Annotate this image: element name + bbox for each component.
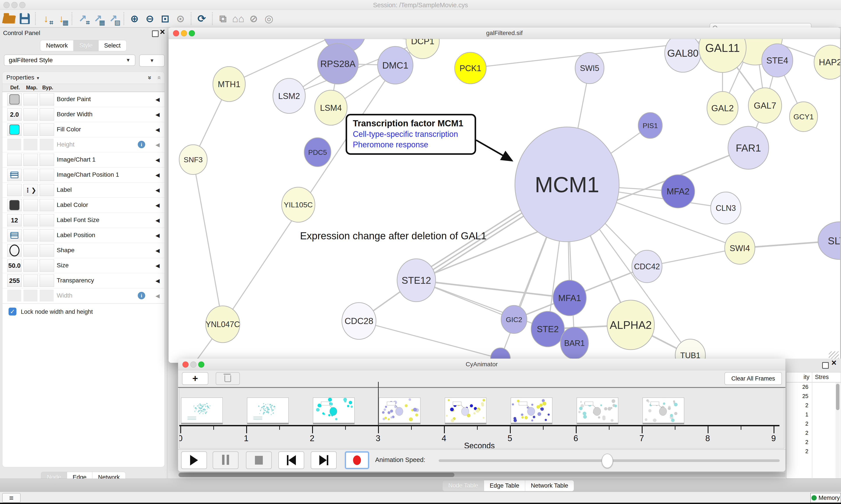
property-row-height[interactable]: Heighti◀: [2, 137, 164, 152]
property-row-label-color[interactable]: Label Color◀: [2, 198, 164, 213]
expand-row-icon[interactable]: ◀: [156, 247, 160, 254]
property-row-image-chart-1[interactable]: Image/Chart 1◀: [2, 152, 164, 167]
export-image-icon[interactable]: ↗▨: [106, 12, 121, 26]
collapse-all-icon[interactable]: »: [155, 76, 162, 80]
skip-end-button[interactable]: [311, 451, 337, 469]
annotation-link-2[interactable]: Pheromone response: [353, 140, 469, 149]
property-row-label-position[interactable]: Label Position◀: [2, 228, 164, 243]
zoom-in-icon[interactable]: ⊕: [127, 12, 142, 26]
tab-network-table[interactable]: Network Table: [525, 480, 574, 491]
info-icon[interactable]: i: [138, 141, 145, 148]
frame-thumbnail-7[interactable]: [643, 398, 684, 423]
import-table-icon[interactable]: ↓▦: [54, 12, 69, 26]
open-doc-icon[interactable]: ⧉: [215, 12, 231, 26]
clear-all-frames-button[interactable]: Clear All Frames: [724, 372, 782, 385]
property-row-transparency[interactable]: 255Transparency◀: [2, 273, 164, 288]
property-row-border-paint[interactable]: Border Paint◀: [2, 92, 164, 107]
table-panel-float-icon[interactable]: [822, 362, 829, 369]
lock-size-row[interactable]: ✓Lock node width and height: [2, 303, 164, 320]
export-table-icon[interactable]: ↗▦: [90, 12, 106, 26]
table-cell[interactable]: 2: [786, 439, 808, 445]
property-row-image-chart-position-1[interactable]: Image/Chart Position 1◀: [2, 167, 164, 183]
add-frame-button[interactable]: +: [182, 372, 208, 385]
tab-edge-table[interactable]: Edge Table: [484, 480, 525, 491]
properties-header[interactable]: Properties ▼: [6, 74, 40, 81]
frame-thumbnail-0[interactable]: [181, 398, 223, 423]
expand-row-icon[interactable]: ◀: [156, 263, 160, 269]
annotation-link-1[interactable]: Cell-type-specific transcription: [353, 130, 469, 139]
zoom-out-icon[interactable]: ⊖: [142, 12, 158, 26]
expand-all-icon[interactable]: »: [146, 76, 154, 80]
search-homes-icon[interactable]: ⌂⌂: [231, 12, 246, 26]
expand-row-icon[interactable]: ◀: [156, 157, 160, 163]
lock-size-checkbox[interactable]: ✓: [8, 308, 16, 316]
table-cell[interactable]: 1: [786, 411, 808, 418]
expand-row-icon[interactable]: ◀: [156, 187, 160, 193]
expand-row-icon[interactable]: ◀: [156, 277, 160, 284]
table-cell[interactable]: 2: [786, 448, 808, 454]
info-icon[interactable]: i: [138, 292, 145, 299]
frame-thumbnail-6[interactable]: [577, 398, 618, 423]
play-button[interactable]: [181, 451, 207, 469]
network-graph[interactable]: RPS28ADMC1DCP1PCK1MTH1LSM2LSM4SNF3PDC5YI…: [168, 39, 840, 363]
frame-thumbnail-3[interactable]: [379, 398, 420, 423]
table-column-header[interactable]: ity: [804, 374, 809, 380]
table-column-header[interactable]: Stres: [815, 374, 829, 380]
tab-network[interactable]: Network: [40, 40, 74, 51]
table-cell[interactable]: 2: [786, 402, 808, 409]
annotation-box[interactable]: Transcription factor MCM1 Cell-type-spec…: [345, 114, 476, 155]
property-row-size[interactable]: 50.0Size◀: [2, 258, 164, 273]
save-session-icon[interactable]: [17, 12, 32, 26]
frame-thumbnail-1[interactable]: [247, 398, 289, 423]
table-panel-close-icon[interactable]: ×: [831, 360, 836, 365]
table-cell[interactable]: 2: [786, 420, 808, 427]
property-row-label-font-size[interactable]: 12Label Font Size◀: [2, 213, 164, 228]
import-network-icon[interactable]: ↓⌗: [38, 12, 54, 26]
hide-graphics-icon[interactable]: ⊘: [246, 12, 261, 26]
control-panel-close-icon[interactable]: ×: [160, 29, 165, 34]
zoom-fit-icon[interactable]: ⊡: [158, 12, 173, 26]
expand-row-icon[interactable]: ◀: [156, 217, 160, 223]
network-canvas[interactable]: RPS28ADMC1DCP1PCK1MTH1LSM2LSM4SNF3PDC5YI…: [168, 39, 840, 363]
record-button[interactable]: [345, 451, 369, 469]
property-row-width[interactable]: Widthi◀: [2, 288, 164, 303]
node-table[interactable]: ityStres 2625212222: [786, 372, 841, 479]
property-row-shape[interactable]: Shape◀: [2, 243, 164, 258]
pause-button[interactable]: [213, 451, 238, 469]
stop-button[interactable]: [246, 451, 272, 469]
style-selector[interactable]: galFiltered Style ▼: [4, 55, 135, 66]
frame-thumbnail-2[interactable]: [313, 398, 355, 423]
timeline-panel[interactable]: 0123456789 Seconds: [179, 388, 784, 448]
expand-row-icon[interactable]: ◀: [156, 202, 160, 209]
tab-select[interactable]: Select: [99, 40, 127, 51]
frame-thumbnail-4[interactable]: [445, 398, 486, 423]
style-menu-button[interactable]: ▼: [139, 55, 165, 67]
export-network-icon[interactable]: ↗⌗: [75, 12, 90, 26]
control-panel-float-icon[interactable]: [152, 31, 159, 37]
skip-start-button[interactable]: [279, 451, 304, 469]
tab-node-table[interactable]: Node Table: [442, 480, 484, 491]
network-edge[interactable]: [193, 160, 223, 324]
table-horizontal-scrollbar[interactable]: [168, 471, 841, 479]
network-window-titlebar[interactable]: galFiltered.sif: [168, 28, 840, 39]
task-history-button[interactable]: ≡: [2, 493, 21, 503]
animation-speed-slider-thumb[interactable]: [602, 454, 613, 468]
table-cell[interactable]: 25: [786, 393, 808, 399]
refresh-layout-icon[interactable]: ⟳: [194, 12, 209, 26]
table-vertical-scrollbar[interactable]: [836, 382, 840, 479]
tab-style[interactable]: Style: [73, 40, 99, 51]
delete-frame-button[interactable]: [216, 372, 240, 385]
expand-row-icon[interactable]: ◀: [156, 142, 160, 148]
timeline-playhead-line[interactable]: [378, 388, 379, 426]
expand-row-icon[interactable]: ◀: [156, 96, 160, 103]
zoom-selected-icon[interactable]: ⊙: [173, 12, 188, 26]
open-session-icon[interactable]: [2, 12, 17, 26]
expand-row-icon[interactable]: ◀: [156, 293, 160, 299]
memory-button[interactable]: Memory: [810, 493, 841, 503]
show-graphics-icon[interactable]: ◎: [261, 12, 276, 26]
property-row-label[interactable]: ⋮❯Label◀: [2, 183, 164, 198]
expand-row-icon[interactable]: ◀: [156, 127, 160, 133]
network-edge[interactable]: [359, 321, 500, 359]
timeline-playhead[interactable]: [378, 382, 379, 388]
expand-row-icon[interactable]: ◀: [156, 111, 160, 118]
